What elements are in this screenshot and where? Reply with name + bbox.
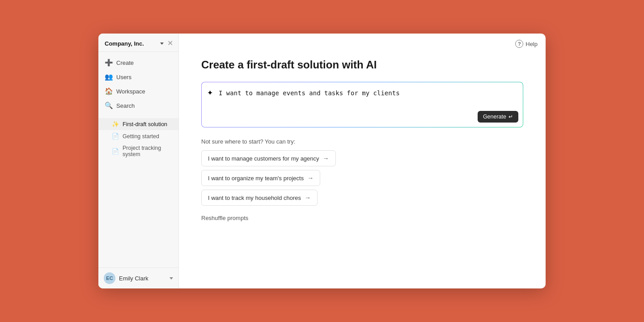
main-content: ? Help Create a first-draft solution wit…	[179, 34, 546, 288]
users-icon: 👥	[105, 73, 113, 81]
doc-icon-1: 📄	[112, 133, 119, 140]
sidebar-item-search[interactable]: 🔍 Search	[98, 98, 178, 113]
main-modal: Company, Inc. ✕ ➕ Create 👥 Use	[98, 34, 546, 288]
user-profile[interactable]: EC Emily Clark	[98, 267, 178, 288]
return-icon: ↵	[508, 114, 513, 120]
generate-label: Generate	[483, 114, 506, 120]
suggestion-item-1[interactable]: I want to manage customers for my agency…	[201, 150, 336, 166]
reshuffle-label: Reshuffle prompts	[201, 215, 248, 221]
sidebar-item-workspace-label: Workspace	[116, 88, 145, 95]
page-title: Create a first-draft solution with AI	[201, 59, 523, 71]
help-button[interactable]: ? Help	[515, 40, 538, 48]
sidebar-sub-item-getting-started[interactable]: 📄 Getting started	[98, 130, 178, 142]
sidebar-nav: ➕ Create 👥 Users 🏠 Workspace 🔍 Search	[98, 52, 178, 116]
help-label: Help	[525, 41, 538, 47]
avatar: EC	[104, 272, 115, 284]
sidebar-item-users-label: Users	[116, 74, 131, 80]
sidebar-sub-item-project-tracking-label: Project tracking system	[123, 145, 172, 157]
sidebar-item-users[interactable]: 👥 Users	[98, 70, 178, 84]
arrow-icon-3: →	[305, 194, 311, 201]
arrow-icon-1: →	[323, 155, 329, 162]
prompt-textarea[interactable]: I want to manage events and tasks for my…	[202, 82, 523, 125]
sidebar-sub-item-first-draft[interactable]: ✨ First-draft solution	[98, 118, 178, 130]
sparkle-icon: ✨	[112, 121, 119, 127]
prompt-textarea-wrapper: ✦ I want to manage events and tasks for …	[201, 82, 523, 127]
sidebar-top: Company, Inc. ✕ ➕ Create 👥 Use	[98, 34, 178, 162]
company-dropdown-button[interactable]	[159, 42, 165, 46]
close-button[interactable]: ✕	[167, 40, 173, 47]
arrow-icon-2: →	[307, 174, 314, 182]
suggestion-item-2[interactable]: I want to organize my team's projects →	[201, 170, 320, 186]
ai-icon: ✦	[207, 89, 213, 97]
sidebar-item-workspace[interactable]: 🏠 Workspace	[98, 84, 178, 98]
user-chevron-icon	[169, 277, 173, 280]
user-name: Emily Clark	[119, 275, 166, 282]
sidebar-sub: ✨ First-draft solution 📄 Getting started…	[98, 116, 178, 162]
doc-icon-2: 📄	[112, 148, 119, 155]
suggestions-label: Not sure where to start? You can try:	[201, 138, 523, 145]
search-icon: 🔍	[105, 102, 113, 110]
company-name: Company, Inc.	[105, 40, 144, 47]
suggestion-list: I want to manage customers for my agency…	[201, 150, 523, 206]
close-icon: ✕	[167, 40, 173, 47]
sidebar-sub-item-first-draft-label: First-draft solution	[123, 121, 167, 127]
reshuffle-button[interactable]: Reshuffle prompts	[201, 213, 248, 223]
suggestion-text-1: I want to manage customers for my agency	[208, 155, 319, 162]
sidebar-item-create[interactable]: ➕ Create	[98, 55, 178, 70]
sidebar-sub-item-project-tracking[interactable]: 📄 Project tracking system	[98, 142, 178, 160]
sidebar-sub-item-getting-started-label: Getting started	[123, 133, 159, 140]
suggestion-item-3[interactable]: I want to track my household chores →	[201, 190, 318, 206]
help-circle-icon: ?	[515, 40, 523, 48]
sidebar: Company, Inc. ✕ ➕ Create 👥 Use	[98, 34, 179, 288]
sidebar-header: Company, Inc. ✕	[98, 34, 178, 52]
generate-button[interactable]: Generate ↵	[478, 111, 518, 123]
header-icons: ✕	[159, 40, 173, 47]
chevron-down-icon	[160, 42, 164, 45]
main-header: ? Help	[179, 34, 546, 48]
main-body: Create a first-draft solution with AI ✦ …	[179, 48, 546, 288]
sidebar-item-search-label: Search	[116, 102, 135, 109]
create-icon: ➕	[105, 59, 113, 67]
sidebar-item-create-label: Create	[116, 59, 134, 66]
suggestion-text-2: I want to organize my team's projects	[208, 175, 304, 182]
workspace-icon: 🏠	[105, 87, 113, 95]
suggestion-text-3: I want to track my household chores	[208, 195, 301, 201]
